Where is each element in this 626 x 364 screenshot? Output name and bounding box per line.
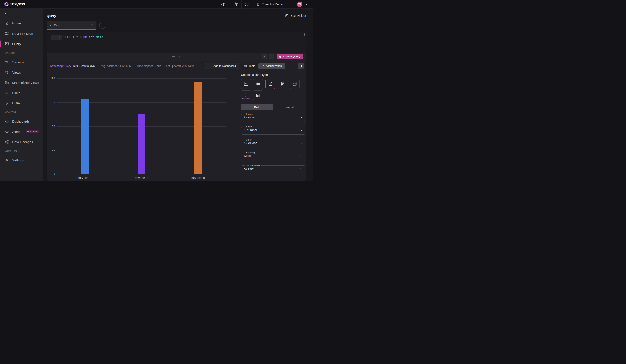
chevron-down-icon (285, 3, 287, 5)
sidebar-item-views[interactable]: Views (0, 67, 43, 77)
editor-toolbar: Cancel Query (46, 52, 306, 61)
stop-icon (279, 56, 281, 58)
timeplus-logo[interactable]: timeplus (0, 2, 25, 7)
chevron-down-icon (300, 142, 303, 145)
single-value-icon: 12 (292, 81, 297, 86)
x-axis-category-label: device_1 (70, 176, 100, 179)
visualization-settings: Choose a chart type (241, 71, 306, 181)
query-type-label: Streaming Query (50, 64, 71, 68)
sidebar-item-data-lineages[interactable]: Data Lineages (0, 137, 43, 147)
sidebar-item-materialized-views[interactable]: Materialized Views (0, 77, 43, 88)
sidebar-item-udfs[interactable]: UDFs (0, 98, 43, 108)
sidebar-item-dashboards[interactable]: Dashboards (0, 116, 43, 126)
sidebar-item-query[interactable]: Query (0, 39, 43, 49)
chart-type-area-button[interactable] (253, 79, 263, 89)
avatar: W (297, 1, 303, 7)
settings-tabs: Data Format (241, 104, 306, 110)
panel-left-icon (285, 14, 289, 18)
chart-type-column-button[interactable] (265, 79, 275, 89)
sidebar-collapse-button[interactable] (0, 9, 43, 18)
table-view-button[interactable]: Table (241, 63, 258, 69)
chevron-down-icon (300, 129, 303, 132)
gridline (57, 79, 226, 79)
x-axis-category-label: device_0 (183, 176, 213, 179)
sql-editor[interactable]: 1 SELECT * FROM iot_data (46, 32, 306, 61)
chart-type-title: Choose a chart type (241, 73, 306, 77)
sidebar-item-data-ingestion[interactable]: Data Ingestion (0, 28, 43, 39)
active-indicator (0, 40, 1, 47)
chart-type-map-button[interactable]: PREVIEW (241, 90, 251, 100)
user-menu[interactable]: W (292, 0, 313, 9)
x-axis-dropdown[interactable]: X-axis Aa device (241, 113, 306, 122)
sidebar-section-workspace: WORKSPACE (0, 147, 43, 155)
chart-type-line-button[interactable] (241, 79, 251, 89)
sidebar-item-label: Alerts (12, 130, 20, 134)
chart-type-table-button[interactable] (253, 90, 263, 100)
dashboards-icon (5, 119, 9, 123)
sidebar-section-monitor: MONITOR (0, 109, 43, 116)
bar-device_2 (138, 114, 145, 174)
close-icon[interactable]: ✕ (91, 24, 93, 27)
chevron-down-icon (300, 155, 303, 157)
top-bar: timeplus ? (0, 0, 313, 9)
tab-status-dot (50, 25, 51, 26)
update-mode-dropdown[interactable]: Update Mode By Key (241, 164, 306, 173)
number-type-icon: # (244, 129, 245, 132)
data-ingestion-icon (5, 31, 9, 36)
resize-handle-icon[interactable] (171, 55, 175, 59)
y-axis-tick-label: 0 (47, 173, 55, 176)
table-icon (244, 64, 247, 68)
sidebar-item-home[interactable]: Home (0, 18, 43, 28)
sql-code-line[interactable]: SELECT * FROM iot_data (63, 35, 103, 39)
add-to-dashboard-button[interactable]: Add to Dashboard (205, 63, 239, 69)
workspace-name: Timeplus Demo (262, 2, 283, 6)
cancel-query-button[interactable]: Cancel Query (276, 54, 303, 59)
sidebar-item-label: Streams (12, 60, 24, 64)
sidebar-item-label: Settings (12, 159, 24, 162)
brand-wordmark: timeplus (10, 2, 25, 6)
sidebar-item-streams[interactable]: Streams (0, 57, 43, 67)
sinks-icon (5, 91, 9, 95)
materialized-views-icon (5, 81, 9, 85)
sidebar-section-manage: MANAGE (0, 49, 43, 57)
y-axis-dropdown[interactable]: Y-axis # number (241, 126, 306, 135)
sidebar-item-sinks[interactable]: Sinks (0, 88, 43, 98)
chart-type-horizontal-bar-button[interactable] (278, 79, 287, 89)
query-icon (5, 41, 9, 46)
home-icon (5, 21, 9, 25)
sidebar: Home Data Ingestion Query MANAGE Streams (0, 9, 43, 181)
slack-button[interactable] (231, 0, 241, 9)
sidebar-item-label: Sinks (12, 91, 20, 95)
chart-type-single-value-button[interactable]: 12 (290, 79, 300, 89)
visualization-view-button[interactable]: Visualization (258, 63, 285, 69)
format-sql-button[interactable] (262, 54, 267, 59)
pause-button[interactable] (298, 63, 304, 69)
area-chart-icon (256, 81, 261, 86)
code-area[interactable]: 1 SELECT * FROM iot_data (46, 32, 306, 52)
slack-icon (234, 2, 238, 6)
sql-helper-button[interactable]: SQL Helper (285, 14, 306, 18)
tab-data[interactable]: Data (241, 104, 273, 110)
tab-format[interactable]: Format (273, 104, 306, 110)
editor-scrollbar[interactable] (304, 34, 305, 36)
total-results: Total Results: 375 (73, 64, 95, 68)
announcements-button[interactable] (216, 0, 231, 9)
views-icon (5, 70, 9, 74)
sidebar-item-alerts[interactable]: Alerts PREVIEW (0, 126, 43, 137)
megaphone-icon (221, 2, 226, 7)
chevron-down-icon (306, 3, 308, 5)
stacking-dropdown[interactable]: Stacking Stack (241, 151, 306, 160)
workspace-switcher[interactable]: Timeplus Demo (252, 0, 292, 9)
bookmark-button[interactable] (269, 54, 274, 59)
sidebar-item-settings[interactable]: Settings (0, 155, 43, 165)
x-axis-tick-mark (198, 174, 198, 175)
chevron-down-icon (300, 167, 303, 170)
horizontal-bar-chart-icon (280, 81, 285, 86)
column-chart-icon (268, 81, 273, 86)
help-button[interactable]: ? (241, 0, 252, 9)
color-dropdown[interactable]: Color Aa device (241, 138, 306, 148)
results-panel: Streaming Query Total Results: 375 Avg. … (46, 61, 306, 181)
expand-disabled-icon[interactable] (178, 55, 181, 58)
tab-1[interactable]: Tab 1 ✕ (47, 21, 96, 30)
add-tab-button[interactable] (99, 23, 105, 29)
